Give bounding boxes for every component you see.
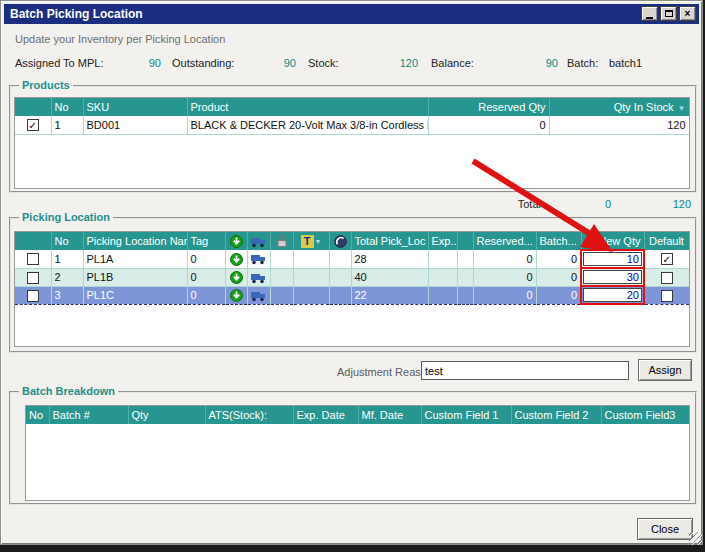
picking-reserved: 0: [473, 268, 536, 286]
truck-icon[interactable]: [251, 253, 266, 265]
picking-row-pl1b[interactable]: 2 PL1B 0 40 0 0 30: [15, 268, 689, 286]
bb-col-mf-date[interactable]: Mf. Date: [358, 406, 421, 424]
picking-col-batch[interactable]: Batch...: [536, 232, 581, 250]
picking-location-table: No Picking Location Nam.. Tag T▼ Total P…: [14, 231, 690, 347]
picking-col-total-pick-loc-qty[interactable]: Total Pick_Loc Qty: [351, 232, 428, 250]
total-qty-value: 120: [631, 198, 691, 210]
products-col-reserved[interactable]: Reserved Qty: [428, 98, 549, 116]
product-name: BLACK & DECKER 20-Volt Max 3/8-in Cordle…: [187, 116, 428, 134]
batch-breakdown-header-row: No Batch # Qty ATS(Stock): Exp. Date Mf.…: [26, 406, 689, 424]
picking-location-groupbox: Picking Location No Picking Location Nam…: [9, 217, 697, 353]
adjustment-reason-input[interactable]: [421, 361, 629, 380]
picking-reserved: 0: [473, 250, 536, 268]
picking-row-pl1a[interactable]: 1 PL1A 0 28 0 0 10 ✓: [15, 250, 689, 268]
products-col-qty-in-stock[interactable]: Qty In Stock▼: [549, 98, 689, 116]
close-icon: ×: [685, 8, 691, 19]
lock-icon: [276, 235, 288, 248]
picking-no: 3: [51, 286, 83, 304]
dropdown-icon: ▼: [315, 238, 322, 245]
dialog-window: Batch Picking Location × Update your Inv…: [0, 0, 703, 545]
bb-col-custom-field-1[interactable]: Custom Field 1: [421, 406, 511, 424]
picking-col-exp[interactable]: Exp..: [428, 232, 457, 250]
products-col-no[interactable]: No: [51, 98, 83, 116]
picking-location-name: PL1C: [83, 286, 187, 304]
default-checkbox[interactable]: ✓: [661, 253, 673, 265]
minimize-icon: [646, 17, 653, 19]
product-row[interactable]: ✓ 1 BD001 BLACK & DECKER 20-Volt Max 3/8…: [15, 116, 689, 134]
picking-row-checkbox[interactable]: [27, 272, 39, 284]
truck-icon: [251, 236, 266, 248]
picking-reserved: 0: [473, 286, 536, 304]
picking-col-new-qty[interactable]: New Qty: [581, 232, 644, 250]
new-qty-input[interactable]: 10: [583, 252, 642, 266]
product-no: 1: [51, 116, 83, 134]
circle-down-arrow-icon[interactable]: [230, 289, 243, 302]
picking-exp: [428, 268, 457, 286]
picking-col-text-tag[interactable]: T▼: [293, 232, 329, 250]
adjustment-reason-label: Adjustment Reason: [337, 366, 433, 378]
circle-down-arrow-icon[interactable]: [230, 253, 243, 266]
picking-col-no[interactable]: No: [51, 232, 83, 250]
circle-down-arrow-icon[interactable]: [230, 271, 243, 284]
products-table: No SKU Product Reserved Qty Qty In Stock…: [14, 97, 690, 189]
picking-col-tag[interactable]: Tag: [187, 232, 225, 250]
truck-icon[interactable]: [251, 290, 266, 302]
bb-col-exp-date[interactable]: Exp. Date: [293, 406, 358, 424]
products-col-select: [15, 98, 51, 116]
stock-label: Stock:: [308, 57, 339, 69]
picking-exp: [428, 286, 457, 304]
bb-col-no[interactable]: No: [26, 406, 49, 424]
picking-exp: [428, 250, 457, 268]
assigned-mpl-label: Assigned To MPL:: [15, 57, 103, 69]
resize-grip-icon[interactable]: [689, 532, 702, 545]
bb-col-custom-field-3[interactable]: Custom Field3: [601, 406, 689, 424]
product-qty-in-stock: 120: [549, 116, 689, 134]
picking-col-default[interactable]: Default: [644, 232, 689, 250]
picking-tag: 0: [187, 268, 225, 286]
picking-row-checkbox[interactable]: [27, 253, 39, 265]
picking-batch: 0: [536, 286, 581, 304]
product-row-checkbox[interactable]: ✓: [27, 119, 39, 131]
picking-row-checkbox[interactable]: [27, 290, 39, 302]
picking-col-select: [15, 232, 51, 250]
products-col-sku[interactable]: SKU: [83, 98, 187, 116]
products-col-product[interactable]: Product: [187, 98, 428, 116]
picking-col-history[interactable]: [329, 232, 351, 250]
products-header-row: No SKU Product Reserved Qty Qty In Stock…: [15, 98, 689, 116]
outstanding-label: Outstanding:: [172, 57, 234, 69]
default-checkbox[interactable]: [661, 290, 673, 302]
history-icon: [334, 235, 347, 248]
picking-total-pick-loc-qty: 28: [351, 250, 428, 268]
title-bar[interactable]: Batch Picking Location ×: [4, 4, 699, 24]
outstanding-value: 90: [246, 57, 296, 69]
batch-breakdown-table: No Batch # Qty ATS(Stock): Exp. Date Mf.…: [25, 405, 690, 501]
picking-col-transfer[interactable]: [247, 232, 270, 250]
picking-col-lock[interactable]: [270, 232, 293, 250]
close-button[interactable]: Close: [637, 518, 693, 540]
bb-col-ats-stock[interactable]: ATS(Stock):: [205, 406, 293, 424]
window-title: Batch Picking Location: [10, 7, 143, 21]
default-checkbox[interactable]: [661, 272, 673, 284]
assign-button[interactable]: Assign: [638, 359, 692, 381]
bb-col-batch-number[interactable]: Batch #: [49, 406, 128, 424]
close-window-button[interactable]: ×: [679, 6, 696, 21]
batch-value: batch1: [609, 57, 642, 69]
new-qty-input[interactable]: 30: [583, 270, 642, 284]
minimize-button[interactable]: [641, 6, 658, 21]
balance-label: Balance:: [431, 57, 474, 69]
picking-col-spacer: [457, 232, 473, 250]
picking-tag: 0: [187, 250, 225, 268]
product-sku: BD001: [83, 116, 187, 134]
truck-icon[interactable]: [251, 272, 266, 284]
picking-col-name[interactable]: Picking Location Nam..: [83, 232, 187, 250]
picking-col-reserved[interactable]: Reserved...: [473, 232, 536, 250]
maximize-button[interactable]: [660, 6, 677, 21]
bb-col-custom-field-2[interactable]: Custom Field 2: [511, 406, 601, 424]
picking-tag: 0: [187, 286, 225, 304]
new-qty-input[interactable]: 20: [583, 288, 642, 302]
picking-col-receive[interactable]: [225, 232, 247, 250]
picking-row-pl1c-selected[interactable]: 3 PL1C 0 22 0 0 20: [15, 286, 689, 304]
picking-no: 1: [51, 250, 83, 268]
bb-col-qty[interactable]: Qty: [128, 406, 205, 424]
sort-desc-icon: ▼: [678, 104, 686, 113]
